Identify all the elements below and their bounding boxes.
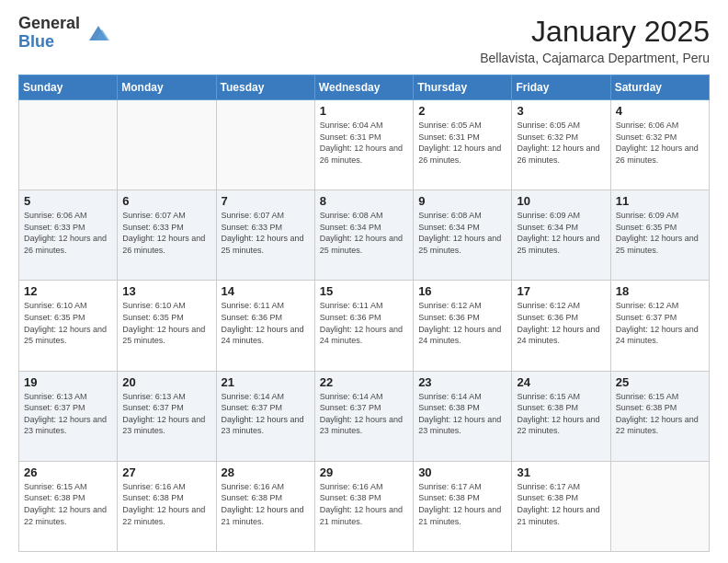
day-info: Sunrise: 6:12 AM Sunset: 6:36 PM Dayligh… <box>517 300 605 346</box>
day-info: Sunrise: 6:11 AM Sunset: 6:36 PM Dayligh… <box>320 300 408 346</box>
table-row: 15Sunrise: 6:11 AM Sunset: 6:36 PM Dayli… <box>314 281 413 371</box>
day-info: Sunrise: 6:06 AM Sunset: 6:33 PM Dayligh… <box>24 210 112 256</box>
table-row: 27Sunrise: 6:16 AM Sunset: 6:38 PM Dayli… <box>118 461 216 551</box>
day-info: Sunrise: 6:14 AM Sunset: 6:37 PM Dayligh… <box>222 391 310 437</box>
table-row: 26Sunrise: 6:15 AM Sunset: 6:38 PM Dayli… <box>19 461 118 551</box>
day-number: 17 <box>517 284 605 298</box>
day-info: Sunrise: 6:09 AM Sunset: 6:35 PM Dayligh… <box>616 210 704 256</box>
day-info: Sunrise: 6:07 AM Sunset: 6:33 PM Dayligh… <box>222 210 310 256</box>
day-number: 27 <box>122 465 210 479</box>
table-row: 11Sunrise: 6:09 AM Sunset: 6:35 PM Dayli… <box>610 190 709 281</box>
table-row: 19Sunrise: 6:13 AM Sunset: 6:37 PM Dayli… <box>19 371 118 461</box>
day-info: Sunrise: 6:16 AM Sunset: 6:38 PM Dayligh… <box>222 481 310 527</box>
col-thursday: Thursday <box>414 75 512 100</box>
col-friday: Friday <box>512 75 610 100</box>
day-number: 5 <box>24 194 112 208</box>
day-info: Sunrise: 6:15 AM Sunset: 6:38 PM Dayligh… <box>24 481 112 527</box>
day-info: Sunrise: 6:12 AM Sunset: 6:37 PM Dayligh… <box>616 300 704 346</box>
table-row: 2Sunrise: 6:05 AM Sunset: 6:31 PM Daylig… <box>414 100 512 190</box>
day-info: Sunrise: 6:08 AM Sunset: 6:34 PM Dayligh… <box>320 210 408 256</box>
day-info: Sunrise: 6:10 AM Sunset: 6:35 PM Dayligh… <box>24 300 112 346</box>
day-info: Sunrise: 6:08 AM Sunset: 6:34 PM Dayligh… <box>418 210 506 256</box>
table-row: 17Sunrise: 6:12 AM Sunset: 6:36 PM Dayli… <box>512 281 610 371</box>
day-number: 19 <box>24 375 112 389</box>
table-row: 28Sunrise: 6:16 AM Sunset: 6:38 PM Dayli… <box>216 461 314 551</box>
logo: General Blue <box>18 15 111 52</box>
day-number: 26 <box>24 465 112 479</box>
day-number: 1 <box>320 104 408 118</box>
day-number: 11 <box>616 194 704 208</box>
table-row: 25Sunrise: 6:15 AM Sunset: 6:38 PM Dayli… <box>610 371 709 461</box>
day-number: 3 <box>517 104 605 118</box>
col-monday: Monday <box>118 75 216 100</box>
table-row: 13Sunrise: 6:10 AM Sunset: 6:35 PM Dayli… <box>118 281 216 371</box>
table-row: 21Sunrise: 6:14 AM Sunset: 6:37 PM Dayli… <box>216 371 314 461</box>
table-row: 22Sunrise: 6:14 AM Sunset: 6:37 PM Dayli… <box>314 371 413 461</box>
day-info: Sunrise: 6:16 AM Sunset: 6:38 PM Dayligh… <box>122 481 210 527</box>
table-row: 24Sunrise: 6:15 AM Sunset: 6:38 PM Dayli… <box>512 371 610 461</box>
day-info: Sunrise: 6:17 AM Sunset: 6:38 PM Dayligh… <box>418 481 506 527</box>
day-number: 28 <box>222 465 310 479</box>
col-saturday: Saturday <box>610 75 709 100</box>
logo-blue: Blue <box>18 33 80 52</box>
day-info: Sunrise: 6:13 AM Sunset: 6:37 PM Dayligh… <box>24 391 112 437</box>
table-row <box>19 100 118 190</box>
calendar-header-row: Sunday Monday Tuesday Wednesday Thursday… <box>19 75 710 100</box>
table-row: 31Sunrise: 6:17 AM Sunset: 6:38 PM Dayli… <box>512 461 610 551</box>
table-row: 18Sunrise: 6:12 AM Sunset: 6:37 PM Dayli… <box>610 281 709 371</box>
day-number: 25 <box>616 375 704 389</box>
day-info: Sunrise: 6:12 AM Sunset: 6:36 PM Dayligh… <box>418 300 506 346</box>
day-number: 31 <box>517 465 605 479</box>
table-row: 30Sunrise: 6:17 AM Sunset: 6:38 PM Dayli… <box>414 461 512 551</box>
table-row: 1Sunrise: 6:04 AM Sunset: 6:31 PM Daylig… <box>314 100 413 190</box>
day-info: Sunrise: 6:13 AM Sunset: 6:37 PM Dayligh… <box>122 391 210 437</box>
day-number: 4 <box>616 104 704 118</box>
day-number: 12 <box>24 284 112 298</box>
table-row: 20Sunrise: 6:13 AM Sunset: 6:37 PM Dayli… <box>118 371 216 461</box>
table-row: 12Sunrise: 6:10 AM Sunset: 6:35 PM Dayli… <box>19 281 118 371</box>
day-info: Sunrise: 6:11 AM Sunset: 6:36 PM Dayligh… <box>222 300 310 346</box>
table-row <box>216 100 314 190</box>
col-sunday: Sunday <box>19 75 118 100</box>
table-row: 3Sunrise: 6:05 AM Sunset: 6:32 PM Daylig… <box>512 100 610 190</box>
day-info: Sunrise: 6:06 AM Sunset: 6:32 PM Dayligh… <box>616 120 704 166</box>
day-number: 8 <box>320 194 408 208</box>
col-tuesday: Tuesday <box>216 75 314 100</box>
day-info: Sunrise: 6:10 AM Sunset: 6:35 PM Dayligh… <box>122 300 210 346</box>
table-row: 14Sunrise: 6:11 AM Sunset: 6:36 PM Dayli… <box>216 281 314 371</box>
location-subtitle: Bellavista, Cajamarca Department, Peru <box>480 51 710 65</box>
day-number: 7 <box>222 194 310 208</box>
day-number: 15 <box>320 284 408 298</box>
page: General Blue January 2025 Bellavista, Ca… <box>0 0 728 563</box>
table-row: 8Sunrise: 6:08 AM Sunset: 6:34 PM Daylig… <box>314 190 413 281</box>
table-row: 23Sunrise: 6:14 AM Sunset: 6:38 PM Dayli… <box>414 371 512 461</box>
month-title: January 2025 <box>480 15 710 49</box>
day-number: 16 <box>418 284 506 298</box>
day-info: Sunrise: 6:15 AM Sunset: 6:38 PM Dayligh… <box>517 391 605 437</box>
logo-text: General Blue <box>18 15 80 52</box>
day-number: 30 <box>418 465 506 479</box>
table-row: 10Sunrise: 6:09 AM Sunset: 6:34 PM Dayli… <box>512 190 610 281</box>
day-number: 20 <box>122 375 210 389</box>
day-info: Sunrise: 6:17 AM Sunset: 6:38 PM Dayligh… <box>517 481 605 527</box>
table-row: 6Sunrise: 6:07 AM Sunset: 6:33 PM Daylig… <box>118 190 216 281</box>
day-number: 22 <box>320 375 408 389</box>
table-row: 16Sunrise: 6:12 AM Sunset: 6:36 PM Dayli… <box>414 281 512 371</box>
col-wednesday: Wednesday <box>314 75 413 100</box>
day-number: 10 <box>517 194 605 208</box>
logo-icon <box>85 20 111 46</box>
day-number: 14 <box>222 284 310 298</box>
day-info: Sunrise: 6:09 AM Sunset: 6:34 PM Dayligh… <box>517 210 605 256</box>
day-info: Sunrise: 6:07 AM Sunset: 6:33 PM Dayligh… <box>122 210 210 256</box>
day-info: Sunrise: 6:05 AM Sunset: 6:32 PM Dayligh… <box>517 120 605 166</box>
day-info: Sunrise: 6:04 AM Sunset: 6:31 PM Dayligh… <box>320 120 408 166</box>
day-number: 9 <box>418 194 506 208</box>
day-number: 23 <box>418 375 506 389</box>
title-block: January 2025 Bellavista, Cajamarca Depar… <box>480 15 710 65</box>
day-number: 6 <box>122 194 210 208</box>
day-number: 2 <box>418 104 506 118</box>
table-row: 7Sunrise: 6:07 AM Sunset: 6:33 PM Daylig… <box>216 190 314 281</box>
table-row: 5Sunrise: 6:06 AM Sunset: 6:33 PM Daylig… <box>19 190 118 281</box>
table-row: 4Sunrise: 6:06 AM Sunset: 6:32 PM Daylig… <box>610 100 709 190</box>
header: General Blue January 2025 Bellavista, Ca… <box>18 15 710 65</box>
